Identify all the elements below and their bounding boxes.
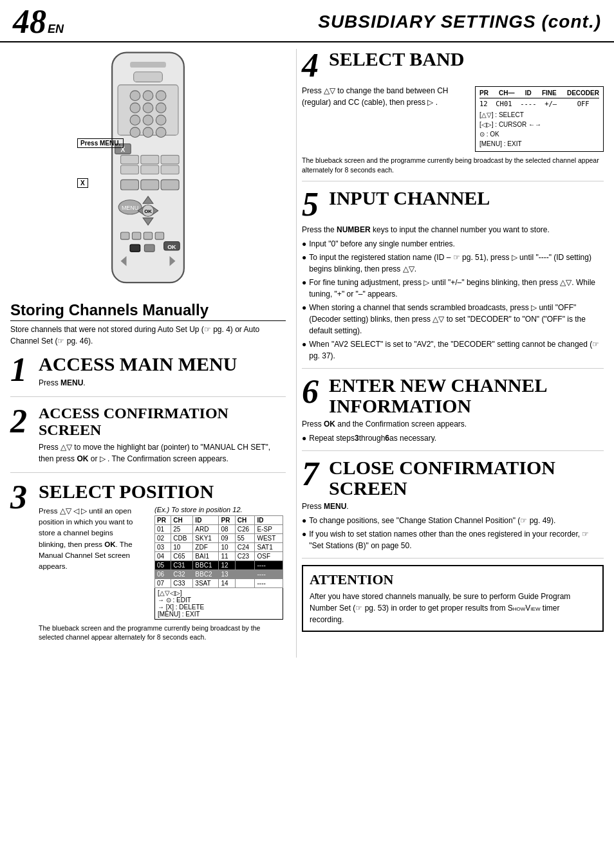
page-title: SUBSIDIARY SETTINGS (cont.) [318,12,601,32]
svg-rect-35 [121,232,129,239]
svg-point-10 [130,115,140,125]
table-row: 07C333SAT 14---- [155,578,283,587]
step5-bullet1: Input "0" before any single number entri… [302,238,604,250]
step4-left: Press △▽ to change the band between CH (… [302,82,467,108]
section-sub: Store channels that were not stored duri… [10,324,286,347]
step5-body: Press the NUMBER keys to input the chann… [302,224,604,362]
number-label: Press MENU. [77,138,124,151]
step6-title: ENTER NEW CHANNEL INFORMATION [329,375,604,416]
attention-title: ATTENTION [310,571,596,588]
step2-title: ACCESS CONFIRMATION SCREEN [39,405,286,439]
svg-point-8 [143,103,153,113]
right-column: 4 SELECT BAND Press △▽ to change the ban… [296,49,614,658]
svg-rect-39 [130,245,140,252]
svg-point-9 [156,103,166,113]
step5-header: 5 INPUT CHANNEL [302,188,604,221]
band-display-legend: [△▽] : SELECT [◁▷] : CURSOR ←→ ⊙ : OK [M… [479,110,599,149]
step7-body: Press MENU. To change positions, see "Ch… [302,501,604,551]
step6-num: 6 [302,375,325,409]
step3-content: SELECT POSITION Press △▽ ◁ ▷ until an op… [39,481,286,642]
band-display-row: 12 CH01 ---- +/– OFF [479,100,599,107]
section-heading: Storing Channels Manually [10,301,286,321]
legend-line2: [◁▷] : CURSOR ←→ [479,120,599,129]
step7-header: 7 CLOSE CONFIRMATION SCREEN [302,457,604,498]
table-footer: [△▽◁▷] → ⊙ : EDIT → [X] : DELETE [MENU] … [154,588,283,620]
step4-header: 4 SELECT BAND [302,49,604,82]
svg-rect-37 [144,232,152,239]
step5-block: 5 INPUT CHANNEL Press the NUMBER keys to… [302,188,604,369]
blueback-note-right: The blueback screen and the programme cu… [302,156,604,174]
step2-block: 2 ACCESS CONFIRMATION SCREEN Press △▽ to… [10,405,286,473]
step7-block: 7 CLOSE CONFIRMATION SCREEN Press MENU. … [302,457,604,559]
step6-body: Press OK and the Confirmation screen app… [302,418,604,444]
step4-title: SELECT BAND [329,49,464,69]
bd-col3: ID [525,89,532,97]
table-footer-line: [△▽◁▷] [158,589,280,596]
x-label: X [77,178,88,188]
svg-rect-22 [141,165,159,174]
svg-rect-1 [130,62,166,68]
legend-line1: [△▽] : SELECT [479,110,599,120]
svg-rect-18 [121,155,139,163]
step3-title: SELECT POSITION [39,481,286,502]
step5-bullet2: To input the registered station name (ID… [302,252,604,275]
svg-point-12 [156,115,166,125]
select-pos-right: (Ex.) To store in position 12. PRCHID PR… [154,506,286,620]
svg-rect-40 [144,245,154,252]
band-display-header: PR CH— ID FINE DECODER [479,89,599,98]
table-row-highlight: 05C31BBC1 12---- [155,560,283,569]
svg-point-13 [130,127,140,138]
svg-text:OK: OK [167,244,176,250]
svg-rect-19 [141,155,159,163]
step5-num: 5 [302,188,325,221]
svg-text:OK: OK [144,208,152,214]
step4-right: PR CH— ID FINE DECODER 12 CH01 ---- +/– … [475,82,604,152]
left-column: X MENU OK [0,49,296,658]
step4-title-body: SELECT BAND [329,49,464,69]
step2-body: Press △▽ to move the highlight bar (poin… [39,441,286,465]
table-row: 02CDBSKY1 0955WEST [155,533,283,542]
page-header: 48 EN SUBSIDIARY SETTINGS (cont.) [0,0,614,42]
table-row: 0310ZDF 10C24SAT1 [155,542,283,551]
step6-block: 6 ENTER NEW CHANNEL INFORMATION Press OK… [302,375,604,451]
step1-block: 1 ACCESS MAIN MENU Press MENU. [10,353,286,397]
table-footer-line: [MENU] : EXIT [158,611,280,618]
svg-point-7 [130,103,140,113]
blueback-note-left: The blueback screen and the programme cu… [39,623,286,642]
page-number: 48 [13,5,46,39]
legend-line3: ⊙ : OK [479,129,599,139]
step1-num: 1 [10,353,33,387]
step5-bullet3: For fine tuning adjustment, press ▷ unti… [302,277,604,300]
svg-rect-24 [121,180,139,190]
step6-header: 6 ENTER NEW CHANNEL INFORMATION [302,375,604,416]
bd-col1: PR [479,89,488,97]
svg-point-4 [130,91,140,101]
step6-title-wrap: ENTER NEW CHANNEL INFORMATION [329,375,604,416]
svg-rect-26 [161,180,179,190]
step3-body-text: Press △▽ ◁ ▷ until an open position in w… [39,506,142,573]
step7-num: 7 [302,457,325,491]
attention-box: ATTENTION After you have stored channels… [302,565,604,632]
table-footer-line: → [X] : DELETE [158,604,280,611]
step1-title: ACCESS MAIN MENU [39,353,286,374]
step3-num: 3 [10,481,33,514]
svg-point-5 [143,91,153,101]
svg-point-15 [156,127,166,138]
bd-col5: DECODER [567,89,599,97]
step4-body: Press △▽ to change the band between CH (… [302,85,467,108]
main-layout: X MENU OK [0,42,614,658]
svg-rect-2 [134,72,163,82]
step7-bullet2: If you wish to set station names other t… [302,528,604,551]
step7-title-wrap: CLOSE CONFIRMATION SCREEN [329,457,604,498]
svg-rect-36 [132,232,140,239]
svg-point-14 [143,127,153,138]
bd-col4: FINE [542,89,557,97]
step7-bullet1: To change positions, see "Change Station… [302,515,604,526]
band-display: PR CH— ID FINE DECODER 12 CH01 ---- +/– … [475,86,604,152]
step5-bullet5: When "AV2 SELECT" is set to "AV2", the "… [302,338,604,362]
channel-table-wrapper: Press △▽ ◁ ▷ until an open position in w… [39,506,286,620]
step4-block: 4 SELECT BAND Press △▽ to change the ban… [302,49,604,181]
step5-title: INPUT CHANNEL [329,188,490,208]
table-row: 0125ARD 08C26E-SP [155,524,283,533]
page-suffix: EN [48,23,64,36]
